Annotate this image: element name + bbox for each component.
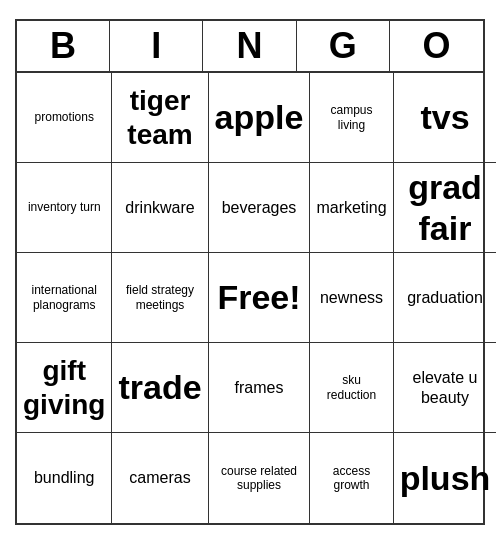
cell-text: graduation <box>407 288 483 307</box>
cell-text: drinkware <box>125 198 194 217</box>
cell-text: apple <box>215 97 304 138</box>
bingo-header: BINGO <box>17 21 483 73</box>
cell-text: newness <box>320 288 383 307</box>
cell-text: bundling <box>34 468 95 487</box>
bingo-cell: cameras <box>112 433 208 523</box>
bingo-cell: international planograms <box>17 253 112 343</box>
bingo-grid: promotionstiger teamapplecampus livingtv… <box>17 73 483 523</box>
cell-text: frames <box>235 378 284 397</box>
header-letter: N <box>203 21 296 71</box>
bingo-cell: beverages <box>209 163 311 253</box>
bingo-cell: promotions <box>17 73 112 163</box>
cell-text: international planograms <box>23 283 105 312</box>
bingo-cell: newness <box>310 253 393 343</box>
bingo-cell: trade <box>112 343 208 433</box>
header-letter: O <box>390 21 483 71</box>
cell-text: marketing <box>316 198 386 217</box>
header-letter: G <box>297 21 390 71</box>
bingo-cell: tvs <box>394 73 497 163</box>
bingo-cell: inventory turn <box>17 163 112 253</box>
cell-text: course related supplies <box>215 464 304 493</box>
cell-text: trade <box>118 367 201 408</box>
cell-text: plush <box>400 458 491 499</box>
cell-text: elevate u beauty <box>400 368 491 406</box>
bingo-card: BINGO promotionstiger teamapplecampus li… <box>15 19 485 525</box>
bingo-cell: tiger team <box>112 73 208 163</box>
cell-text: tiger team <box>118 84 201 151</box>
bingo-cell: drinkware <box>112 163 208 253</box>
bingo-cell: plush <box>394 433 497 523</box>
bingo-cell: course related supplies <box>209 433 311 523</box>
bingo-cell: bundling <box>17 433 112 523</box>
bingo-cell: apple <box>209 73 311 163</box>
cell-text: Free! <box>217 277 300 318</box>
bingo-cell: gift giving <box>17 343 112 433</box>
bingo-cell: frames <box>209 343 311 433</box>
bingo-cell: campus living <box>310 73 393 163</box>
cell-text: campus living <box>316 103 386 132</box>
cell-text: grad fair <box>400 167 491 249</box>
bingo-cell: grad fair <box>394 163 497 253</box>
cell-text: beverages <box>222 198 297 217</box>
bingo-cell: marketing <box>310 163 393 253</box>
cell-text: gift giving <box>23 354 105 421</box>
bingo-cell: Free! <box>209 253 311 343</box>
cell-text: cameras <box>129 468 190 487</box>
cell-text: inventory turn <box>28 200 101 214</box>
bingo-cell: access growth <box>310 433 393 523</box>
bingo-cell: elevate u beauty <box>394 343 497 433</box>
cell-text: access growth <box>316 464 386 493</box>
cell-text: sku reduction <box>316 373 386 402</box>
cell-text: tvs <box>420 97 469 138</box>
header-letter: B <box>17 21 110 71</box>
bingo-cell: graduation <box>394 253 497 343</box>
bingo-cell: sku reduction <box>310 343 393 433</box>
bingo-cell: field strategy meetings <box>112 253 208 343</box>
header-letter: I <box>110 21 203 71</box>
cell-text: promotions <box>35 110 94 124</box>
cell-text: field strategy meetings <box>118 283 201 312</box>
